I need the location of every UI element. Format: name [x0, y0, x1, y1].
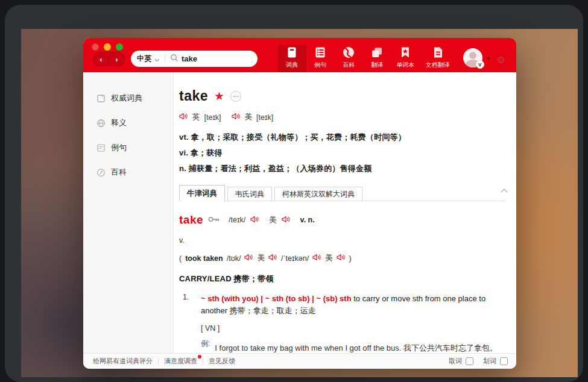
doc-translate-icon — [431, 45, 444, 60]
sense-group-heading: CARRY/LEAD 携带；带领 — [179, 274, 509, 284]
word-select-label: 划词 — [483, 357, 496, 366]
oxford-ipa: /teɪk/ — [229, 216, 245, 224]
definitions-block: vt. 拿，取；采取；接受（礼物等）；买，花费；耗费（时间等） vi. 拿；获得… — [179, 130, 509, 177]
definition-line: n. 捕获量；看法；利益，盈益；（入场券的）售得金额 — [179, 161, 509, 177]
pos-verb-label: v. — [179, 236, 509, 245]
settings-gear-icon[interactable]: ⚙ — [497, 55, 505, 65]
verb-forms-row: ( took taken /tʊk/ 美 /ˈteɪkən/ 美 — [179, 253, 509, 263]
tab-wordbook[interactable]: 单词本 — [391, 45, 420, 72]
tab-examples[interactable]: 例句 — [306, 45, 335, 72]
account-caret-down-icon[interactable] — [486, 57, 491, 60]
sense-body: ~ sth (with you) | ~ sth (to sb) | ~ (sb… — [201, 293, 509, 317]
vip-badge-icon: v — [476, 60, 484, 69]
word-select-checkbox[interactable] — [500, 357, 508, 365]
encyclopedia-globe-icon — [342, 45, 355, 60]
sidebar-item-definitions[interactable]: 释义 — [83, 115, 173, 131]
definition-line: vt. 拿，取；采取；接受（礼物等）；买，花费；耗费（时间等） — [179, 130, 509, 145]
example-label: 例: — [201, 339, 210, 353]
example-row: 例: I forgot to take my bag with me when … — [201, 339, 509, 353]
key-icon — [208, 214, 220, 225]
sense-definition-zh: 携带；拿走；取走；运走 — [230, 306, 316, 315]
entry-panel: take ★ 英 [teɪk] 美 [teɪk] — [174, 72, 516, 353]
speaker-icon[interactable] — [312, 254, 321, 263]
tab-dictionary[interactable]: 词典 — [278, 45, 306, 72]
speaker-icon[interactable] — [244, 254, 253, 263]
us-ipa: [teɪk] — [256, 113, 273, 122]
sidebar-item-encyclopedia[interactable]: 百科 — [83, 164, 173, 180]
sense-pattern: ~ sth (with you) | ~ sth (to sb) | ~ (sb… — [201, 294, 352, 303]
oxford-pos: v. n. — [300, 216, 315, 224]
word-select-toggle[interactable]: 划词 — [483, 357, 508, 366]
toolbar-item-label: 百科 — [343, 61, 355, 69]
sidebar-item-examples[interactable]: 例句 — [83, 140, 173, 155]
oxford-us-label: 美 — [269, 215, 277, 225]
definition-line: vi. 拿；获得 — [179, 145, 509, 161]
favorite-star-icon[interactable]: ★ — [214, 90, 224, 102]
phonetics-row: 英 [teɪk] 美 [teɪk] — [179, 112, 509, 122]
tab-webster[interactable]: 韦氏词典 — [227, 187, 272, 201]
speaker-icon[interactable] — [250, 214, 259, 225]
collapse-chevron-up-icon[interactable] — [501, 184, 508, 348]
dictionary-tabs: 牛津词典 韦氏词典 柯林斯英汉双解大词典 — [179, 185, 509, 201]
history-nav: ‹ › — [93, 52, 125, 66]
forms-close-paren: ) — [349, 254, 352, 263]
sidebar: 权威词典 释义 例句 百科 — [83, 72, 174, 353]
speaker-icon[interactable] — [232, 113, 241, 122]
tab-oxford[interactable]: 牛津词典 — [179, 185, 225, 201]
forward-button[interactable]: › — [109, 52, 124, 66]
word-capture-toggle[interactable]: 取词 — [449, 357, 473, 366]
sidebar-item-label: 权威词典 — [111, 93, 142, 104]
speaker-icon[interactable] — [282, 214, 291, 225]
speaker-icon[interactable] — [179, 113, 188, 122]
chevron-down-icon[interactable] — [154, 54, 160, 64]
headword-row: take ★ — [179, 88, 509, 104]
headword: take — [179, 88, 208, 104]
status-bar: 给网易有道词典评分 满意度调查 意见反馈 取词 划词 — [83, 353, 516, 369]
us-label: 美 — [257, 253, 265, 263]
tab-doc-translate[interactable]: 文档翻译 — [420, 45, 456, 72]
title-bar: ‹ › 中英 — [83, 38, 516, 72]
search-icon — [170, 54, 179, 64]
language-pair-selector[interactable]: 中英 — [137, 54, 152, 64]
toolbar-item-label: 词典 — [286, 61, 298, 69]
oxford-headword: take — [179, 213, 203, 227]
search-input[interactable] — [182, 54, 248, 63]
sidebar-item-label: 释义 — [111, 117, 127, 128]
tab-encyclopedia[interactable]: 百科 — [335, 45, 363, 72]
notification-dot — [198, 355, 201, 359]
wordbook-bookmark-icon — [399, 45, 412, 60]
sidebar-item-authoritative-dicts[interactable]: 权威词典 — [83, 90, 173, 106]
tab-collins[interactable]: 柯林斯英汉双解大词典 — [274, 187, 362, 201]
more-options-icon[interactable] — [230, 91, 241, 102]
search-bar: 中英 — [131, 51, 258, 67]
back-button[interactable]: ‹ — [93, 52, 109, 66]
us-label: 美 — [245, 112, 253, 122]
oxford-headword-row: take /teɪk/ 美 v. n. — [179, 213, 509, 227]
toolbar-item-label: 单词本 — [396, 61, 414, 69]
window-body: 权威词典 释义 例句 百科 take ★ — [83, 72, 516, 353]
word-capture-label: 取词 — [449, 357, 462, 366]
past-ipa: /tʊk/ — [227, 254, 241, 263]
dictionary-icon — [285, 45, 299, 60]
satisfaction-survey-link[interactable]: 满意度调查 — [159, 357, 203, 366]
sense-1: 1. ~ sth (with you) | ~ sth (to sb) | ~ … — [179, 293, 509, 317]
uk-label: 英 — [192, 112, 200, 122]
globe-icon — [96, 119, 106, 128]
toolbar-item-label: 例句 — [314, 61, 326, 69]
speaker-icon[interactable] — [268, 254, 277, 263]
word-capture-checkbox[interactable] — [466, 357, 473, 365]
rate-app-link[interactable]: 给网易有道词典评分 — [92, 357, 158, 366]
uk-ipa: [teɪk] — [204, 113, 221, 122]
feedback-link[interactable]: 意见反馈 — [203, 357, 241, 366]
user-account[interactable]: v — [463, 48, 482, 67]
speaker-icon[interactable] — [337, 254, 346, 263]
examples-icon — [314, 45, 327, 60]
monitor-frame: ‹ › 中英 — [5, 5, 583, 382]
search-divider — [165, 55, 165, 63]
doc-lines-icon — [96, 143, 106, 152]
pp-ipa: /ˈteɪkən/ — [281, 254, 309, 263]
verb-forms: took taken — [185, 254, 223, 263]
tab-translate[interactable]: 翻译 — [363, 45, 391, 72]
translate-icon — [370, 45, 384, 60]
header-controls: ‹ › 中英 — [83, 45, 516, 72]
